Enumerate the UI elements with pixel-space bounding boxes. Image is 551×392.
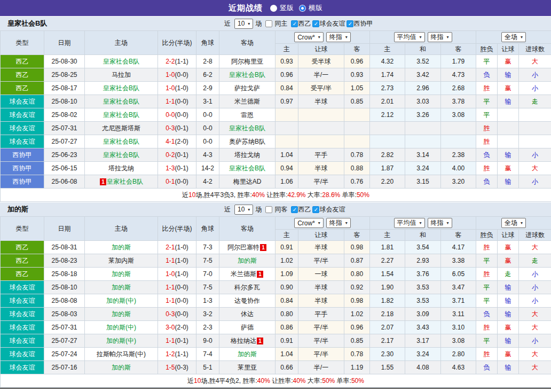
average-odds-cell: 3.76 (405, 268, 441, 281)
final-index-select[interactable]: 终指 ▾ (326, 218, 351, 228)
final-index-select-2[interactable]: 终指 ▾ (428, 218, 452, 228)
handicap-odds-cell: 0.91 (276, 334, 298, 348)
result-cell: 大 (519, 55, 551, 68)
home-team-cell: 皇家社会B队 (85, 95, 158, 108)
rounds-select[interactable]: 10 ▾ (234, 205, 253, 215)
red-number-badge: 1 (260, 244, 266, 251)
result-cell: 赢 (498, 162, 519, 175)
rounds-select[interactable]: 10 ▾ (234, 19, 253, 29)
league-filter-checkbox[interactable]: ✓ (312, 206, 319, 213)
final-index-select[interactable]: 终指 ▾ (326, 32, 351, 42)
vertical-layout-option[interactable]: 竖版 (270, 3, 294, 13)
result-cell: 平 (476, 108, 498, 122)
horizontal-layout-option[interactable]: 横版 (299, 3, 322, 13)
page-title: 近期战绩 (229, 3, 263, 13)
average-odds-cell: 2.68 (441, 82, 476, 95)
result-cell: 胜 (476, 122, 498, 135)
league-cell: 西乙 (1, 68, 44, 82)
result-cell (498, 122, 519, 135)
fulltime-score: 1-1 (166, 297, 175, 304)
halftime-score: (0-0) (175, 284, 188, 291)
team-name: 皇家社会B队 (7, 19, 47, 28)
radio-unselected-icon[interactable] (270, 5, 277, 12)
average-select[interactable]: 平均值 ▾ (394, 32, 425, 42)
home-team-cell: 加的斯 (85, 361, 158, 374)
result-cell: 输 (498, 334, 519, 348)
team-name-text: 皇家社会B队 (229, 164, 265, 172)
result-text: 小 (532, 270, 538, 278)
home-team-cell: 皇家社会B队 (85, 108, 158, 122)
date-cell: 25-08-10 (44, 95, 85, 108)
league-filter-checkbox[interactable]: ✓ (347, 20, 353, 27)
date-cell: 25-08-08 (44, 294, 85, 308)
bookmaker-select[interactable]: Crow* ▾ (294, 32, 324, 42)
league-filters: ✓西乙✓球会友谊✓西协甲 (291, 19, 374, 28)
summary-text: 50% (322, 377, 335, 385)
league-label: 西协甲 (13, 164, 32, 172)
halftime-score: (1-0) (175, 244, 188, 251)
red-number-badge: 1 (257, 338, 263, 344)
league-filter-checkbox[interactable]: ✓ (291, 206, 298, 213)
average-select[interactable]: 平均值 ▾ (394, 218, 425, 228)
date-cell: 25-07-27 (44, 135, 85, 148)
average-odds-cell: 3.08 (441, 108, 476, 122)
corner-cell: 7-5 (196, 254, 219, 268)
final-index-select-2[interactable]: 终指 ▾ (428, 32, 452, 42)
full-match-select[interactable]: 全场 ▾ (501, 32, 526, 42)
chevron-down-icon: ▾ (420, 221, 422, 225)
bookmaker-select[interactable]: Crow* ▾ (294, 218, 324, 228)
result-text: 走 (505, 270, 511, 278)
handicap-odds-cell (344, 135, 370, 148)
league-filter-checkbox[interactable]: ✓ (291, 20, 298, 27)
team-name-text: 阿尔巴塞特 (227, 244, 259, 251)
score-cell: 1-3(0-1) (158, 162, 196, 175)
league-cell: 西乙 (1, 55, 44, 68)
result-text: 胜 (484, 244, 490, 251)
result-cell: 赢 (498, 254, 519, 268)
halftime-score: (2-0) (175, 324, 188, 331)
home-team-cell: 塔拉戈纳 (85, 162, 158, 175)
team-name-text: 阿尔梅里亚 (231, 58, 263, 65)
average-odds-cell: 4.32 (370, 55, 405, 68)
chevron-down-icon: ▾ (248, 207, 250, 212)
full-match-select[interactable]: 全场 ▾ (501, 218, 526, 228)
chevron-down-icon: ▾ (318, 221, 320, 225)
handicap-odds-cell: 0.84 (276, 82, 298, 95)
league-cell: 球会友谊 (1, 95, 44, 108)
league-filter-checkbox[interactable]: ✓ (312, 20, 319, 27)
result-text: 大 (532, 364, 538, 371)
result-cell: 输 (498, 95, 519, 108)
handicap-odds-cell: 0.93 (344, 68, 370, 82)
fulltime-score: 0-2 (166, 151, 175, 159)
home-team-cell: 加的斯(中) (85, 294, 158, 308)
table-row: 球会友谊25-07-31尤尼恩斯塔斯0-3(0-1)0-0皇家社会B队胜 (1, 122, 551, 135)
radio-selected-icon[interactable] (299, 5, 306, 12)
result-header-group: 全场 ▾ (476, 31, 551, 44)
sub-header: 主 (276, 230, 298, 241)
date-cell: 25-08-03 (44, 308, 85, 321)
handicap-odds-cell: 0.66 (276, 361, 298, 374)
table-row: 球会友谊25-07-31加的斯(中)3-0(2-0)2-3萨德0.86平/半0.… (1, 321, 551, 334)
table-row: 西乙25-08-30皇家社会B队2-2(1-1)2-8阿尔梅里亚0.93受半球0… (1, 55, 551, 68)
average-odds-cell: 2.93 (405, 254, 441, 268)
league-cell: 球会友谊 (1, 321, 44, 334)
average-odds-cell: 3.14 (405, 148, 441, 162)
filters-bar: 近 10 ▾ 场 同客 ✓西乙✓球会友谊 (224, 202, 347, 216)
average-odds-cell: 3.47 (441, 281, 476, 294)
same-away-checkbox[interactable] (265, 206, 272, 213)
same-home-checkbox[interactable] (265, 20, 272, 27)
handicap-odds-cell: 0.96 (344, 321, 370, 334)
handicap-odds-cell: 0.92 (344, 281, 370, 294)
result-cell: 走 (519, 254, 551, 268)
summary-text: 50% (357, 191, 369, 199)
handicap-odds-cell: 0.96 (344, 55, 370, 68)
sub-header: 进球数 (519, 44, 551, 55)
result-text: 输 (505, 151, 511, 159)
summary-text: 单率: (335, 377, 351, 385)
score-cell: 2-1(1-0) (158, 241, 196, 254)
col-header-corner: 角球 (196, 31, 219, 55)
handicap-odds-cell: 半球 (298, 294, 344, 308)
team-name-text: 皇家社会B队 (107, 178, 143, 185)
result-text: 胜 (484, 164, 490, 172)
topbar: 近期战绩 竖版 横版 (0, 0, 551, 16)
